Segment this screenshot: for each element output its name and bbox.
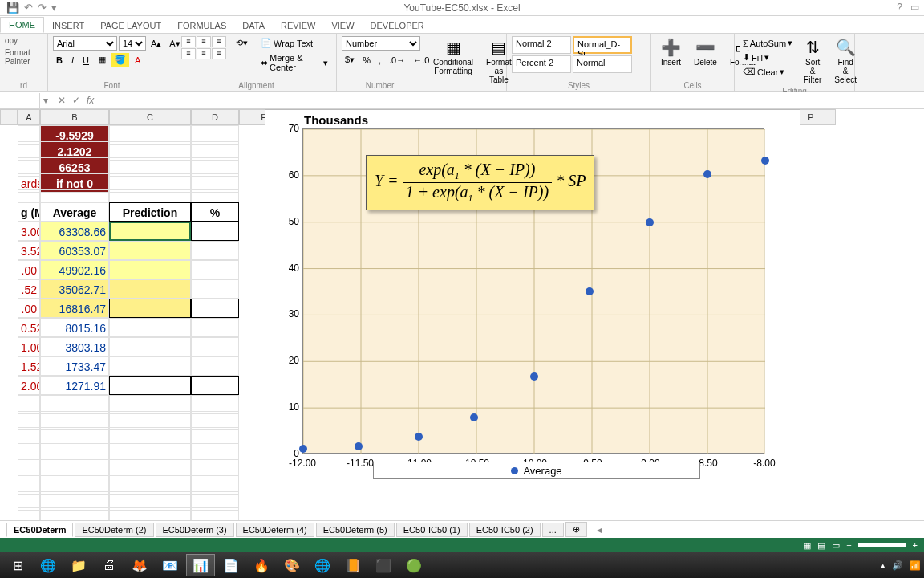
qat-dropdown-icon[interactable]: ▾ bbox=[51, 2, 57, 14]
cell[interactable] bbox=[109, 222, 191, 241]
comma-icon[interactable]: , bbox=[375, 53, 384, 67]
media-icon[interactable]: 🔥 bbox=[247, 554, 276, 576]
clear-button[interactable]: ⌫ Clear ▾ bbox=[740, 65, 796, 79]
hp-icon[interactable]: 🖨 bbox=[95, 554, 124, 576]
help-icon[interactable]: ? bbox=[897, 2, 902, 13]
cell[interactable] bbox=[109, 299, 191, 318]
column-header[interactable]: A bbox=[18, 109, 40, 125]
merge-center-button[interactable]: ⬌ Merge & Center ▾ bbox=[257, 51, 331, 74]
fill-button[interactable]: ⬇ Fill ▾ bbox=[740, 51, 796, 64]
save-icon[interactable]: 💾 bbox=[6, 2, 19, 14]
sheet-tab[interactable]: EC50Determ (2) bbox=[75, 523, 153, 537]
column-header[interactable]: D bbox=[191, 109, 239, 125]
cell[interactable]: 0.52 bbox=[18, 318, 40, 337]
sheet-tab[interactable]: EC50Determ (4) bbox=[236, 523, 314, 537]
underline-button[interactable]: U bbox=[79, 54, 92, 67]
volume-icon[interactable]: 🔊 bbox=[892, 560, 903, 571]
border-button[interactable]: ▦ bbox=[95, 53, 109, 67]
find-select-button[interactable]: 🔍Find & Select bbox=[829, 36, 861, 86]
fill-color-button[interactable]: 🪣 bbox=[111, 53, 129, 67]
cell[interactable] bbox=[191, 376, 239, 395]
zoom-slider[interactable] bbox=[858, 543, 906, 547]
tab-developer[interactable]: DEVELOPER bbox=[363, 18, 432, 33]
cell-style-normal2[interactable]: Normal 2 bbox=[512, 36, 571, 54]
cell[interactable]: 3.00 bbox=[18, 222, 40, 241]
cell[interactable]: 60353.07 bbox=[40, 241, 109, 260]
cell[interactable] bbox=[191, 279, 239, 299]
sheet-tab[interactable]: EC50-IC50 (2) bbox=[469, 523, 541, 537]
tray-up-icon[interactable]: ▴ bbox=[881, 560, 886, 571]
sheet-tab[interactable]: EC50Determ (5) bbox=[316, 523, 395, 537]
currency-icon[interactable]: $▾ bbox=[342, 53, 358, 67]
word-icon[interactable]: 📄 bbox=[217, 554, 245, 576]
cell[interactable] bbox=[109, 376, 191, 395]
start-button[interactable]: ⊞ bbox=[3, 554, 32, 576]
number-format-select[interactable]: Number bbox=[342, 36, 420, 51]
cell[interactable]: .00 bbox=[18, 299, 40, 318]
column-header[interactable]: C bbox=[109, 109, 191, 125]
cell[interactable]: 35062.71 bbox=[40, 279, 109, 299]
cell[interactable]: 49902.16 bbox=[40, 260, 109, 279]
tab-insert[interactable]: INSERT bbox=[44, 18, 92, 33]
view-normal-icon[interactable]: ▦ bbox=[803, 540, 811, 551]
cell[interactable] bbox=[40, 507, 109, 520]
tab-formulas[interactable]: FORMULAS bbox=[169, 18, 234, 33]
cell[interactable]: 63308.66 bbox=[40, 222, 109, 241]
redo-icon[interactable]: ↷ bbox=[38, 2, 47, 14]
bold-button[interactable]: B bbox=[53, 54, 66, 67]
view-pagebreak-icon[interactable]: ▭ bbox=[832, 540, 840, 551]
fx-icon[interactable]: fx bbox=[87, 95, 94, 106]
explorer-icon[interactable]: 📁 bbox=[64, 554, 93, 576]
font-size-select[interactable]: 14 bbox=[119, 36, 146, 51]
cell[interactable] bbox=[191, 507, 239, 520]
cell[interactable] bbox=[109, 260, 191, 279]
enter-formula-icon[interactable]: ✓ bbox=[72, 95, 80, 106]
terminal-icon[interactable]: ⬛ bbox=[369, 554, 398, 576]
cell[interactable]: Average bbox=[40, 202, 109, 222]
cell[interactable] bbox=[191, 241, 239, 260]
cell[interactable] bbox=[109, 507, 191, 520]
wrap-text-button[interactable]: 📄 Wrap Text bbox=[257, 36, 331, 50]
cell[interactable]: Prediction bbox=[109, 202, 191, 222]
cell[interactable] bbox=[109, 241, 191, 260]
cell[interactable]: g (M) bbox=[18, 202, 40, 222]
cell[interactable]: .52 bbox=[18, 279, 40, 299]
tab-data[interactable]: DATA bbox=[234, 18, 273, 33]
cell[interactable] bbox=[191, 356, 239, 376]
font-name-select[interactable]: Arial bbox=[53, 36, 117, 51]
sheet-tab[interactable]: EC50-IC50 (1) bbox=[396, 523, 468, 537]
cell[interactable] bbox=[191, 260, 239, 279]
delete-cells-button[interactable]: ➖Delete bbox=[689, 36, 722, 68]
cell[interactable] bbox=[109, 356, 191, 376]
worksheet-area[interactable]: ABCDEFGHIJKLMNOP -9.59292.120266253ardsi… bbox=[0, 109, 924, 520]
tab-review[interactable]: REVIEW bbox=[273, 18, 323, 33]
cell[interactable]: 16816.47 bbox=[40, 299, 109, 318]
cell[interactable]: % bbox=[191, 202, 239, 222]
copy-button[interactable]: opy bbox=[5, 36, 18, 45]
cell-style-normal[interactable]: Normal bbox=[573, 55, 632, 73]
restore-icon[interactable]: ▭ bbox=[910, 2, 919, 13]
cell[interactable]: 3803.18 bbox=[40, 337, 109, 356]
undo-icon[interactable]: ↶ bbox=[24, 2, 33, 14]
firefox-icon[interactable]: 🦊 bbox=[125, 554, 154, 576]
network-icon[interactable]: 📶 bbox=[910, 560, 921, 571]
excel-taskbar-icon[interactable]: 📊 bbox=[186, 554, 215, 576]
cell[interactable]: 1.00 bbox=[18, 337, 40, 356]
view-layout-icon[interactable]: ▤ bbox=[817, 540, 825, 551]
orientation-button[interactable]: ⟲▾ bbox=[233, 36, 251, 50]
app-icon[interactable]: 🎨 bbox=[278, 554, 306, 576]
cell[interactable]: 3.52 bbox=[18, 241, 40, 260]
cell[interactable] bbox=[109, 279, 191, 299]
alignment-grid[interactable]: ≡≡≡ ≡≡≡ bbox=[181, 36, 226, 59]
cell[interactable]: 1733.47 bbox=[40, 356, 109, 376]
cell[interactable]: 1271.91 bbox=[40, 376, 109, 395]
font-color-button[interactable]: A bbox=[132, 54, 144, 67]
sheet-tab[interactable]: EC50Determ bbox=[6, 523, 73, 537]
cell[interactable] bbox=[191, 222, 239, 241]
name-box[interactable] bbox=[0, 93, 40, 108]
cell[interactable]: 8015.16 bbox=[40, 318, 109, 337]
column-header[interactable]: B bbox=[40, 109, 109, 125]
tab-page-layout[interactable]: PAGE LAYOUT bbox=[92, 18, 169, 33]
tab-view[interactable]: VIEW bbox=[323, 18, 362, 33]
cell-style-normal-dsi[interactable]: Normal_D-Si... bbox=[573, 36, 632, 54]
